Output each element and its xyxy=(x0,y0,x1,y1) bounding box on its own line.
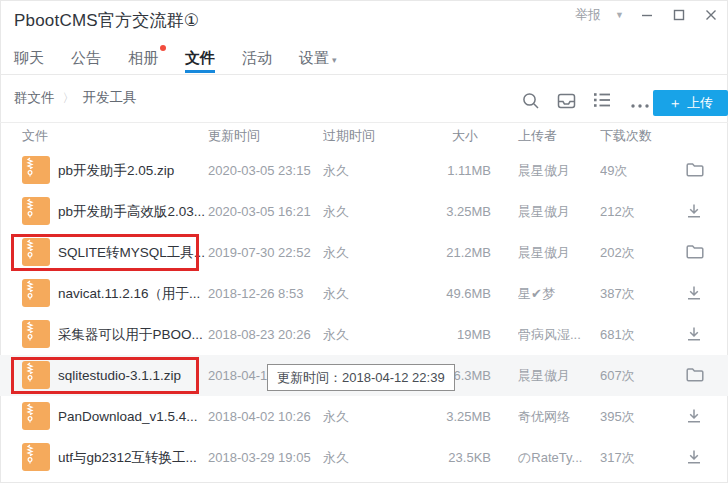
file-updated-time: 2020-03-05 23:15 xyxy=(208,150,320,191)
file-name: pb开发助手高效版2.03... xyxy=(58,191,206,232)
file-expire-time: 永久 xyxy=(323,437,383,478)
minimize-button[interactable] xyxy=(638,6,656,24)
file-expire-time: 永久 xyxy=(323,150,383,191)
table-row[interactable]: pb开发助手2.05.zip 2020-03-05 23:15 永久 1.11M… xyxy=(0,150,728,191)
header-expire: 过期时间 xyxy=(323,122,375,150)
table-row[interactable]: 采集器可以用于PBOO... 2018-08-23 20:26 永久 19MB … xyxy=(0,314,728,355)
file-updated-time: 2018-04-02 10:26 xyxy=(208,396,320,437)
download-icon[interactable] xyxy=(686,449,704,467)
group-file-window: { "window": { "title": "PbootCMS官方交流群①",… xyxy=(0,0,728,483)
file-uploader: 晨星傲月 xyxy=(518,191,594,232)
file-size: 1.11MB xyxy=(418,150,491,191)
download-icon[interactable] xyxy=(686,203,704,221)
file-updated-time: 2018-08-23 20:26 xyxy=(208,314,320,355)
folder-icon[interactable] xyxy=(686,244,704,262)
tab-files[interactable]: 文件 xyxy=(185,44,215,72)
file-uploader: 骨病风湿... xyxy=(518,314,594,355)
breadcrumb-separator-icon: 〉 xyxy=(63,90,75,107)
inbox-icon[interactable] xyxy=(557,92,576,114)
tab-announcement[interactable]: 公告 xyxy=(71,44,101,72)
download-icon[interactable] xyxy=(686,408,704,426)
file-size: 21.2MB xyxy=(418,232,491,273)
window-title: PbootCMS官方交流群① xyxy=(14,9,199,32)
file-name: navicat.11.2.16（用于... xyxy=(58,273,206,314)
breadcrumb: 群文件 〉 开发工具 xyxy=(14,75,137,121)
tab-chat[interactable]: 聊天 xyxy=(14,44,44,72)
file-size: 3.25MB xyxy=(418,191,491,232)
zip-file-icon xyxy=(22,402,50,434)
file-uploader: 星✔梦 xyxy=(518,273,594,314)
table-row[interactable]: pb开发助手高效版2.03... 2020-03-05 16:21 永久 3.2… xyxy=(0,191,728,232)
tab-settings[interactable]: 设置▾ xyxy=(299,44,337,74)
file-toolbar: 群文件 〉 开发工具 xyxy=(0,75,728,123)
maximize-button[interactable] xyxy=(670,6,688,24)
zip-file-icon xyxy=(22,320,50,352)
update-time-tooltip: 更新时间：2018-04-12 22:39 xyxy=(267,364,455,391)
folder-icon[interactable] xyxy=(686,162,704,180)
tab-album[interactable]: 相册 xyxy=(128,44,158,72)
list-view-icon[interactable] xyxy=(593,92,611,112)
file-uploader: のRateTy... xyxy=(518,437,594,478)
file-uploader: 晨星傲月 xyxy=(518,150,594,191)
table-row[interactable]: SQLITE转MYSQL工具... 2019-07-30 22:52 永久 21… xyxy=(0,232,728,273)
zip-file-icon xyxy=(22,238,50,270)
file-uploader: 晨星傲月 xyxy=(518,232,594,273)
file-expire-time: 永久 xyxy=(323,273,383,314)
file-download-count: 387次 xyxy=(600,273,660,314)
upload-button[interactable]: ＋ 上传 xyxy=(653,90,728,116)
zip-file-icon xyxy=(22,443,50,475)
file-name: SQLITE转MYSQL工具... xyxy=(58,232,206,273)
file-download-count: 212次 xyxy=(600,191,660,232)
file-name: pb开发助手2.05.zip xyxy=(58,150,206,191)
file-download-count: 49次 xyxy=(600,150,660,191)
file-download-count: 607次 xyxy=(600,355,660,396)
tab-activity[interactable]: 活动 xyxy=(242,44,272,72)
file-size: 49.6MB xyxy=(418,273,491,314)
folder-icon[interactable] xyxy=(686,367,704,385)
file-name: sqlitestudio-3.1.1.zip xyxy=(58,355,206,396)
plus-icon: ＋ xyxy=(668,96,682,110)
file-name: 采集器可以用于PBOO... xyxy=(58,314,206,355)
file-expire-time: 永久 xyxy=(323,232,383,273)
zip-file-icon xyxy=(22,156,50,188)
header-updated: 更新时间 xyxy=(208,122,260,150)
file-size: 23.5KB xyxy=(418,437,491,478)
table-row[interactable]: PanDownload_v1.5.4... 2018-04-02 10:26 永… xyxy=(0,396,728,437)
zip-file-icon xyxy=(22,279,50,311)
zip-file-icon xyxy=(22,361,50,393)
file-updated-time: 2018-03-29 19:05 xyxy=(208,437,320,478)
file-uploader: 奇优网络 xyxy=(518,396,594,437)
table-row[interactable]: utf与gb2312互转换工... 2018-03-29 19:05 永久 23… xyxy=(0,437,728,478)
file-download-count: 202次 xyxy=(600,232,660,273)
file-updated-time: 2020-03-05 16:21 xyxy=(208,191,320,232)
file-name: utf与gb2312互转换工... xyxy=(58,437,206,478)
header-downloads: 下载次数 xyxy=(600,122,652,150)
header-size: 大小 xyxy=(452,122,478,150)
download-icon[interactable] xyxy=(686,285,704,303)
file-download-count: 681次 xyxy=(600,314,660,355)
title-bar: PbootCMS官方交流群① 举报 ▼ xyxy=(0,0,728,44)
file-updated-time: 2018-12-26 8:53 xyxy=(208,273,320,314)
more-options-icon[interactable] xyxy=(630,96,650,114)
table-row[interactable]: navicat.11.2.16（用于... 2018-12-26 8:53 永久… xyxy=(0,273,728,314)
file-updated-time: 2019-07-30 22:52 xyxy=(208,232,320,273)
breadcrumb-root[interactable]: 群文件 xyxy=(14,89,55,107)
zip-file-icon xyxy=(22,197,50,229)
chevron-down-icon[interactable]: ▼ xyxy=(615,10,624,20)
file-size: 19MB xyxy=(418,314,491,355)
tab-bar: 聊天 公告 相册 文件 活动 设置▾ xyxy=(0,44,728,75)
search-icon[interactable] xyxy=(522,92,540,114)
close-button[interactable] xyxy=(702,6,720,24)
download-icon[interactable] xyxy=(686,326,704,344)
header-file: 文件 xyxy=(22,122,48,150)
header-uploader: 上传者 xyxy=(518,122,557,150)
file-name: PanDownload_v1.5.4... xyxy=(58,396,206,437)
file-download-count: 395次 xyxy=(600,396,660,437)
file-download-count: 317次 xyxy=(600,437,660,478)
file-rows: pb开发助手2.05.zip 2020-03-05 23:15 永久 1.11M… xyxy=(0,150,728,478)
file-expire-time: 永久 xyxy=(323,314,383,355)
table-header: 文件 更新时间 过期时间 大小 上传者 下载次数 xyxy=(0,122,728,150)
report-button[interactable]: 举报 xyxy=(575,6,601,24)
breadcrumb-current: 开发工具 xyxy=(83,89,137,107)
upload-label: 上传 xyxy=(687,94,713,112)
